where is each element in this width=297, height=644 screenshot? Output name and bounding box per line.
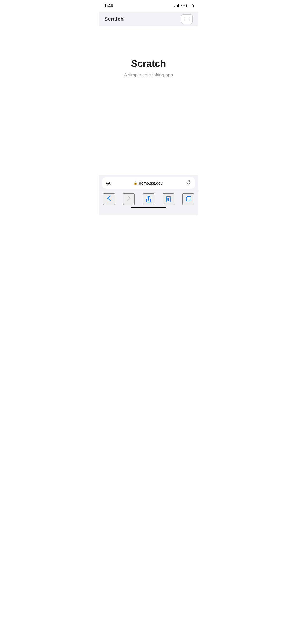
browser-bottom-bar xyxy=(99,191,198,215)
address-url: demo.sst.dev xyxy=(139,181,162,185)
home-indicator xyxy=(131,207,166,208)
hero-subtitle: A simple note taking app xyxy=(124,72,173,78)
share-button[interactable] xyxy=(143,193,154,205)
hamburger-icon xyxy=(184,21,190,21)
bookmarks-button[interactable] xyxy=(163,193,174,205)
signal-bar-3 xyxy=(177,5,178,7)
status-bar: 1:44 xyxy=(99,0,198,12)
wifi-icon xyxy=(181,4,185,7)
browser-navigation xyxy=(99,191,198,205)
page-title: Scratch xyxy=(104,16,124,22)
reload-button[interactable] xyxy=(186,180,191,186)
lock-icon: 🔒 xyxy=(134,181,138,185)
status-icons xyxy=(174,4,194,7)
small-a-label: A xyxy=(106,182,108,185)
signal-bar-2 xyxy=(176,6,176,7)
forward-button[interactable] xyxy=(123,193,135,205)
svg-rect-1 xyxy=(187,196,191,200)
forward-arrow-icon xyxy=(127,195,131,203)
back-button[interactable] xyxy=(103,193,115,205)
signal-icon xyxy=(174,4,179,7)
status-time: 1:44 xyxy=(104,3,113,8)
address-bar[interactable]: AA 🔒 demo.sst.dev xyxy=(102,177,195,189)
address-url-container[interactable]: 🔒 demo.sst.dev xyxy=(110,181,186,185)
tabs-button[interactable] xyxy=(182,193,194,205)
nav-header: Scratch xyxy=(99,12,198,26)
signal-bar-4 xyxy=(178,4,179,7)
font-size-control[interactable]: AA xyxy=(106,181,110,185)
signal-bar-1 xyxy=(174,6,175,7)
back-arrow-icon xyxy=(107,195,111,203)
menu-button[interactable] xyxy=(181,14,193,24)
hero-title: Scratch xyxy=(131,58,166,69)
large-a-label: A xyxy=(108,181,111,185)
hamburger-icon xyxy=(184,19,190,19)
browser-address-bar-container: AA 🔒 demo.sst.dev xyxy=(99,175,198,191)
battery-icon xyxy=(186,4,194,7)
main-content: Scratch A simple note taking app xyxy=(99,26,198,178)
hamburger-icon xyxy=(184,17,190,17)
